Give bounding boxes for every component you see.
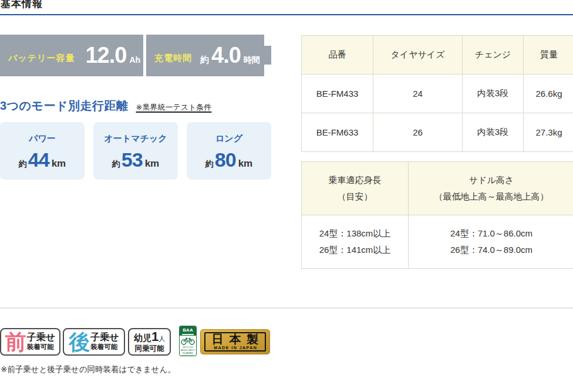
battery-capacity-unit: Ah [129, 55, 140, 65]
baa-label: BAA [183, 327, 193, 333]
mode-distance: 53 [122, 148, 143, 171]
badge-title: 幼児1人 [134, 331, 165, 344]
col-header-model: 品番 [302, 36, 373, 75]
cell-tire-size: 26 [373, 113, 463, 152]
battery-charge-bar: バッテリー容量 12.0 Ah 充電時間 約 4.0 時間 [0, 35, 264, 76]
cell-gears: 内装3段 [463, 75, 524, 113]
child-counter: 人 [159, 335, 165, 342]
rear-child-seat-badge: 後 子乗せ 装着可能 [63, 328, 125, 356]
table-row: BE-FM633 26 内装3段 27.3kg [302, 113, 573, 152]
made-in-japan-subtitle: MADE IN JAPAN [214, 345, 257, 350]
mode-unit: km [238, 158, 253, 169]
cell-weight: 26.6kg [524, 75, 573, 113]
cell-weight: 27.3kg [524, 113, 573, 152]
rear-kanji: 後 [69, 332, 89, 353]
mode-card-automatic: オートマチック 約53km [93, 122, 178, 180]
test-conditions-link[interactable]: ※業界統一テスト条件 [136, 102, 212, 113]
mode-approx: 約 [19, 159, 27, 168]
child-count: 1 [151, 329, 159, 344]
modes-heading: 3つのモード別走行距離 [0, 98, 129, 114]
header-line: （最低地上高～最高地上高） [434, 191, 549, 201]
mode-cards: パワー 約44km オートマチック 約53km ロング 約80km [0, 122, 271, 180]
badge-title: 子乗せ [90, 332, 119, 343]
charge-time-approx: 約 [200, 55, 209, 66]
basic-info-section: 基本情報 バッテリー容量 12.0 Ah 充電時間 約 4.0 時間 3つのモー… [0, 0, 573, 392]
badge-title: 子乗せ [27, 332, 55, 343]
table-header-row: 乗車適応身長 （目安） サドル高さ （最低地上高～最高地上高） [302, 162, 573, 215]
charge-time-unit: 時間 [244, 55, 260, 66]
mode-value: 約44km [0, 148, 85, 175]
mode-value: 約53km [93, 148, 178, 175]
section-divider [0, 307, 573, 309]
col-header-gears: チェンジ [463, 36, 524, 75]
made-in-japan-inner-frame: 日本製 MADE IN JAPAN [204, 332, 266, 352]
mode-label: ロング [187, 133, 271, 144]
header-line: （目安） [338, 191, 373, 201]
made-in-japan-badge: 日本製 MADE IN JAPAN [200, 329, 270, 354]
header-line: 乗車適応身長 [329, 175, 382, 185]
mode-card-long: ロング 約80km [187, 122, 271, 180]
cell-rider-height: 24型：138cm以上 26型：141cm以上 [302, 215, 409, 269]
spec-tables-area: 品番 タイヤサイズ チェンジ 質量 BE-FM433 24 内装3段 26.6k… [301, 0, 573, 307]
table-header-row: 品番 タイヤサイズ チェンジ 質量 [302, 36, 573, 75]
mode-label: オートマチック [93, 133, 178, 144]
cell-model: BE-FM433 [302, 75, 373, 113]
mode-distance: 44 [28, 148, 49, 171]
battery-capacity-value: 12.0 [85, 35, 126, 76]
front-kanji: 前 [5, 332, 25, 353]
rider-size-table: 乗車適応身長 （目安） サドル高さ （最低地上高～最高地上高） 24型：138c… [301, 161, 573, 269]
bicycle-icon [181, 337, 195, 345]
charge-time-label: 充電時間 [154, 53, 192, 64]
cell-gears: 内装3段 [463, 113, 524, 152]
mode-distance: 80 [215, 148, 236, 171]
charge-time-segment: 充電時間 約 4.0 時間 [146, 35, 264, 76]
mode-unit: km [145, 158, 160, 169]
footer-note: ※前子乗せと後子乗せの同時装着はできません。 [1, 364, 176, 375]
mode-label: パワー [0, 133, 85, 144]
cell-line: 24型：138cm以上 [319, 228, 391, 238]
badge-subtitle: 装着可能 [90, 343, 119, 352]
baa-tiny-text-decoration [182, 334, 194, 335]
cell-model: BE-FM633 [302, 113, 373, 152]
mode-value: 約80km [187, 148, 271, 175]
col-header-tire-size: タイヤサイズ [373, 36, 463, 75]
child-word: 幼児 [134, 333, 151, 343]
mode-unit: km [52, 158, 66, 169]
feature-badges-row: 前 子乗せ 装着可能 後 子乗せ 装着可能 幼児1人 同乗可能 BAA [0, 327, 270, 356]
battery-capacity-segment: バッテリー容量 12.0 Ah [0, 35, 143, 76]
mode-card-power: パワー 約44km [0, 122, 85, 180]
cell-line: 24型：71.0～86.0cm [450, 228, 532, 238]
model-spec-table: 品番 タイヤサイズ チェンジ 質量 BE-FM433 24 内装3段 26.6k… [301, 35, 573, 152]
front-child-seat-badge: 前 子乗せ 装着可能 [0, 328, 60, 356]
made-in-japan-title: 日本製 [212, 333, 265, 345]
col-header-saddle-height: サドル高さ （最低地上高～最高地上高） [409, 162, 573, 215]
table-row: BE-FM433 24 内装3段 26.6kg [302, 75, 573, 113]
baa-certification-badge: BAA BICYCLE ASSOCIATION(JAPAN) APPROVED [179, 326, 197, 356]
cell-tire-size: 24 [373, 75, 463, 113]
table-row: 24型：138cm以上 26型：141cm以上 24型：71.0～86.0cm … [302, 215, 573, 269]
col-header-rider-height: 乗車適応身長 （目安） [302, 162, 409, 215]
mode-approx: 約 [112, 159, 120, 168]
modes-heading-row: 3つのモード別走行距離 ※業界統一テスト条件 [0, 98, 211, 114]
badge-subtitle: 同乗可能 [135, 344, 164, 353]
battery-capacity-label: バッテリー容量 [8, 53, 75, 64]
baa-title: BAA [180, 326, 196, 336]
badge-subtitle: 装着可能 [27, 343, 55, 352]
col-header-weight: 質量 [524, 36, 573, 75]
baa-subtitle: BICYCLE ASSOCIATION(JAPAN) APPROVED [180, 346, 196, 356]
cell-line: 26型：74.0～89.0cm [450, 245, 532, 255]
bar-step-decoration [264, 46, 271, 65]
header-line: サドル高さ [469, 175, 514, 185]
cell-line: 26型：141cm以上 [319, 245, 391, 255]
mode-approx: 約 [205, 159, 214, 168]
cell-saddle-height: 24型：71.0～86.0cm 26型：74.0～89.0cm [409, 215, 573, 269]
child-passenger-badge: 幼児1人 同乗可能 [128, 328, 171, 356]
page-title: 基本情報 [1, 0, 43, 11]
charge-time-value: 4.0 [211, 35, 241, 76]
